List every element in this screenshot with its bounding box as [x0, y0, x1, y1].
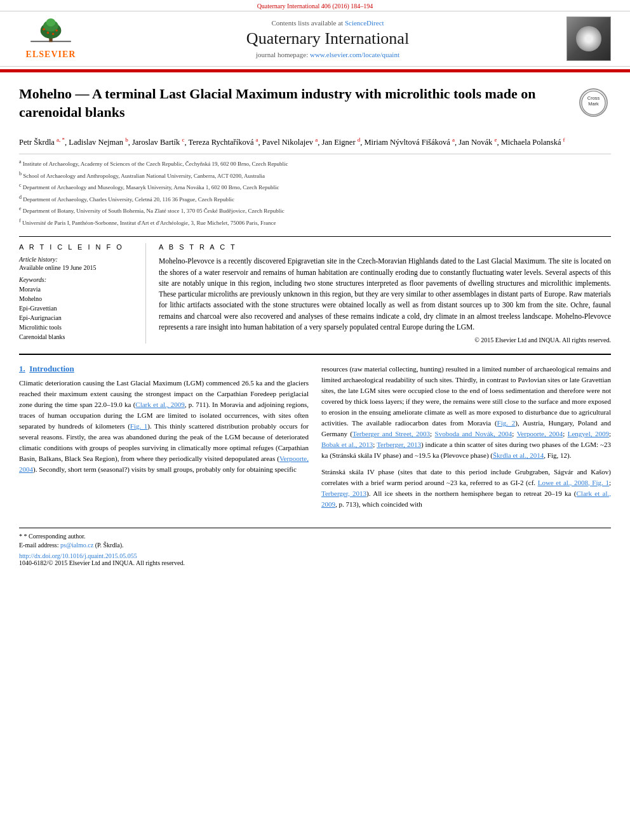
article-info-header: A R T I C L E I N F O [19, 243, 136, 251]
affil-a-text: Institute of Archaeology, Academy of Sci… [23, 161, 288, 167]
right-para-1: resources (raw material collecting, hunt… [321, 364, 611, 461]
affiliation-a: a Institute of Archaeology, Academy of S… [19, 158, 611, 169]
contents-line: Contents lists available at ScienceDirec… [89, 19, 566, 27]
affil-b-text: School of Archaeology and Anthropology, … [23, 173, 265, 179]
doi-link[interactable]: http://dx.doi.org/10.1016/j.quaint.2015.… [19, 552, 137, 559]
body-section: 1. Introduction Climatic deterioration c… [19, 354, 611, 515]
lengyel-link[interactable]: Lengyel, 2009 [568, 430, 609, 437]
article-title-text: Mohelno — A terminal Last Glacial Maximu… [19, 85, 573, 128]
svg-point-4 [46, 18, 56, 27]
crossmark-icon: Cross Mark [579, 88, 608, 117]
bobak-link[interactable]: Bobak et al., 2013 [321, 441, 373, 448]
available-online: Available online 19 June 2015 [19, 264, 136, 271]
affiliations-section: a Institute of Archaeology, Academy of S… [19, 154, 611, 227]
keyword-epi-aurignacian: Epi-Aurignacian [19, 313, 136, 323]
svg-point-6 [47, 32, 50, 34]
svg-text:Mark: Mark [588, 100, 599, 106]
keywords-label: Keywords: [19, 276, 136, 283]
affiliation-b: b School of Archaeology and Anthropology… [19, 170, 611, 181]
intro-paragraph: Climatic deterioration causing the Last … [19, 378, 309, 475]
copyright-line: © 2015 Elsevier Ltd and INQUA. All right… [159, 337, 611, 343]
email-note: E-mail address: ps@ialmo.cz (P. Škrdla). [19, 541, 611, 550]
contents-label: Contents lists available at [271, 19, 343, 27]
email-label: E-mail address: [19, 542, 58, 549]
body-left-col: 1. Introduction Climatic deterioration c… [19, 364, 309, 515]
affil-d-text: Department of Archaeology, Charles Unive… [23, 196, 234, 203]
corresponding-note-text: * Corresponding author. [24, 533, 86, 540]
elsevier-logo-area: ELSEVIER [13, 18, 89, 60]
author-email-link[interactable]: ps@ialmo.cz [60, 542, 93, 549]
skrdla-link[interactable]: Škrdla et al., 2014 [493, 451, 544, 459]
homepage-link[interactable]: www.elsevier.com/locate/quaint [310, 51, 399, 58]
cover-image-inner [576, 26, 601, 51]
abstract-header: A B S T R A C T [159, 243, 611, 251]
keyword-moravia: Moravia [19, 284, 136, 294]
clark-ref-link[interactable]: Clark et al., 2009 [135, 401, 185, 408]
affil-c-text: Department of Archaeology and Museology,… [23, 184, 279, 190]
issn-line: 1040-6182/© 2015 Elsevier Ltd and INQUA.… [19, 559, 611, 566]
info-abstract-section: A R T I C L E I N F O Article history: A… [19, 236, 611, 343]
article-title-section: Mohelno — A terminal Last Glacial Maximu… [19, 85, 611, 128]
cover-image [566, 17, 611, 61]
section1-title-text: Introduction [29, 364, 74, 373]
article-content: Mohelno — A terminal Last Glacial Maximu… [0, 72, 630, 579]
affil-e-text: Department of Botany, University of Sout… [23, 208, 285, 214]
fig2-link[interactable]: Fig. 2 [497, 419, 516, 427]
affil-f-text: Université de Paris I, Panthéon-Sorbonne… [22, 220, 276, 226]
corresponding-author-note: * * Corresponding author. [19, 532, 611, 541]
abstract-text: Mohelno-Plevovce is a recently discovere… [159, 256, 611, 333]
history-label: Article history: [19, 256, 136, 263]
abstract-col: A B S T R A C T Mohelno-Plevovce is a re… [159, 243, 611, 343]
homepage-label: journal homepage: [256, 51, 308, 58]
svoboda-novak-link[interactable]: Svoboda and Novák, 2004 [435, 430, 513, 437]
journal-main-title: Quaternary International [89, 29, 566, 48]
email-name: (P. Škrdla). [95, 542, 124, 549]
crossmark-badge: Cross Mark [579, 88, 611, 117]
keyword-mohelno: Mohelno [19, 294, 136, 303]
journal-cover-thumb [566, 17, 617, 61]
lowe-link[interactable]: Lowe et al., 2008, Fig. 1 [538, 479, 609, 486]
right-para-2: Stránská skála IV phase (sites that date… [321, 467, 611, 510]
terberger2-link[interactable]: Terberger, 2013 [377, 441, 421, 448]
journal-banner: ELSEVIER Contents lists available at Sci… [0, 11, 630, 67]
elsevier-logo: ELSEVIER [13, 18, 89, 60]
journal-volume-info: Quaternary International 406 (2016) 184–… [257, 3, 373, 10]
elsevier-tree-icon [25, 18, 76, 50]
section1-number: 1. [19, 364, 25, 373]
affiliation-d: d Department of Archaeology, Charles Uni… [19, 194, 611, 204]
keyword-carenoidal: Carenoidal blanks [19, 332, 136, 342]
sciencedirect-link[interactable]: ScienceDirect [345, 19, 384, 27]
journal-top-bar: Quaternary International 406 (2016) 184–… [0, 0, 630, 11]
authors-line: Petr Škrdla a, *, Ladislav Nejman b, Jar… [19, 135, 611, 149]
svg-point-7 [55, 29, 58, 32]
svg-point-5 [43, 28, 45, 30]
journal-title-area: Contents lists available at ScienceDirec… [89, 19, 566, 58]
verpoorte-link[interactable]: Verpoorte, 2004 [19, 455, 309, 473]
svg-point-8 [52, 33, 55, 36]
article-title: Mohelno — A terminal Last Glacial Maximu… [19, 85, 573, 121]
keyword-microlithic: Microlithic tools [19, 323, 136, 332]
article-info-col: A R T I C L E I N F O Article history: A… [19, 243, 146, 343]
homepage-line: journal homepage: www.elsevier.com/locat… [89, 51, 566, 58]
terberger-street-link[interactable]: Terberger and Street, 2003 [352, 430, 430, 437]
affiliation-c: c Department of Archaeology and Museolog… [19, 182, 611, 192]
affiliation-f: f Université de Paris I, Panthéon-Sorbon… [19, 217, 611, 228]
verpoorte2-link[interactable]: Verpoorte, 2004 [517, 430, 563, 437]
affiliation-e: e Department of Botany, University of So… [19, 205, 611, 216]
article-footer: * * Corresponding author. E-mail address… [19, 528, 611, 566]
terberger3-link[interactable]: Terberger, 2013 [321, 490, 366, 497]
keywords-section: Keywords: Moravia Mohelno Epi-Gravettian… [19, 276, 136, 342]
journal-header: Quaternary International 406 (2016) 184–… [0, 0, 630, 70]
doi-line: http://dx.doi.org/10.1016/j.quaint.2015.… [19, 552, 611, 559]
section1-title: 1. Introduction [19, 364, 309, 374]
body-right-col: resources (raw material collecting, hunt… [321, 364, 611, 515]
elsevier-wordmark: ELSEVIER [26, 50, 76, 60]
fig1-link[interactable]: Fig. 1 [130, 422, 147, 430]
crossmark-svg: Cross Mark [580, 89, 607, 117]
keyword-epi-gravettian: Epi-Gravettian [19, 303, 136, 313]
